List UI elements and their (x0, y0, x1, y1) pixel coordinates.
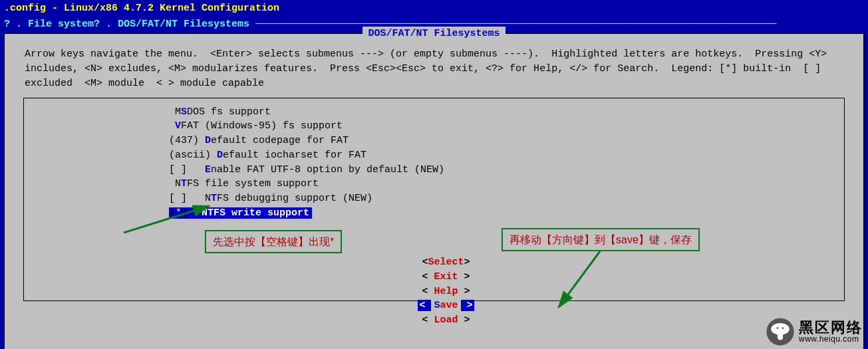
svg-line-1 (559, 251, 600, 307)
annotation-right: 再移动【方向键】到【save】键，保存 (502, 228, 700, 251)
main-panel: DOS/FAT/NT Filesystems Arrow keys naviga… (4, 33, 864, 350)
save-button[interactable]: < Save > (418, 298, 474, 313)
load-button[interactable]: < Load > (422, 313, 470, 328)
svg-line-0 (124, 206, 209, 233)
menu-item[interactable]: VFAT (Windows-95) fs support (169, 119, 839, 134)
svg-rect-4 (778, 332, 783, 340)
svg-point-6 (782, 327, 784, 329)
menu-item[interactable]: [ ] NTFS debugging support (NEW) (169, 191, 839, 206)
arrow-left (124, 202, 217, 234)
help-text: Arrow keys navigate the menu. <Enter> se… (23, 41, 845, 94)
help-button[interactable]: < Help > (422, 285, 470, 299)
menu-item[interactable]: (ascii) Default iocharset for FAT (169, 148, 839, 163)
button-row: <Select> < Exit > < Help > < Save > < Lo… (5, 241, 863, 342)
watermark: 黑区网络 www.heiqu.com (766, 317, 863, 346)
menu-item[interactable]: NTFS file system support (169, 177, 839, 191)
select-button[interactable]: <Select> (422, 255, 470, 270)
mushroom-icon (766, 317, 795, 346)
panel-title: DOS/FAT/NT Filesystems (362, 27, 505, 41)
header-config-line: .config - Linux/x86 4.7.2 Kernel Configu… (0, 0, 868, 17)
svg-point-5 (777, 327, 779, 329)
arrow-right (553, 250, 607, 310)
exit-button[interactable]: < Exit > (422, 270, 470, 285)
menu-item[interactable]: MSDOS fs support (169, 105, 839, 120)
menu-item[interactable]: [ ] Enable FAT UTF-8 option by default (… (169, 163, 839, 177)
menu-item[interactable]: (437) Default codepage for FAT (169, 134, 839, 148)
annotation-left: 先选中按【空格键】出现* (205, 230, 342, 253)
